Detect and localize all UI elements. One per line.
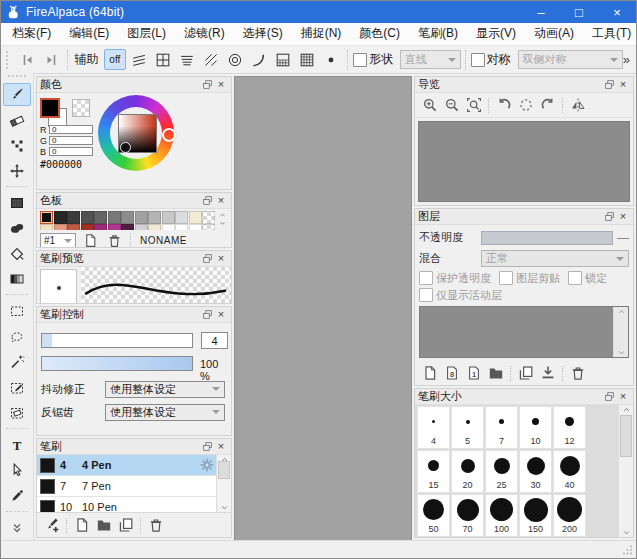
layer-option-checkbox[interactable]: 仅显示活动层 — [419, 288, 502, 303]
brush-size-cell[interactable]: 40 — [553, 450, 586, 493]
palette-swatch[interactable] — [81, 224, 94, 230]
hue-marker[interactable] — [162, 128, 176, 142]
palette-swatch[interactable] — [175, 224, 188, 230]
palette-swatch[interactable] — [108, 224, 121, 230]
brush-folder-icon[interactable] — [93, 515, 115, 535]
blue-slider[interactable]: 0 — [49, 147, 93, 156]
new-layer-icon[interactable] — [419, 363, 441, 383]
concentric-circles-icon[interactable] — [223, 48, 247, 71]
minimize-button[interactable]: – — [522, 1, 560, 23]
close-panel-icon[interactable]: × — [616, 210, 630, 223]
snap-next-icon[interactable] — [39, 48, 62, 71]
symmetry-checkbox[interactable] — [471, 53, 485, 67]
color-panel-header[interactable]: 颜色 × — [37, 77, 231, 93]
scrollbar-thumb[interactable] — [218, 461, 230, 479]
grid-half-icon[interactable] — [271, 48, 295, 71]
dot-tool[interactable] — [3, 134, 31, 158]
close-panel-icon[interactable]: × — [214, 440, 228, 453]
title-bar[interactable]: FireAlpaca (64bit) – □ × — [1, 1, 636, 23]
brush-size-cell[interactable]: 150 — [519, 494, 552, 537]
layer-option-checkbox[interactable]: 图层剪贴 — [499, 271, 560, 286]
palette-swatch[interactable] — [175, 211, 188, 224]
menu-item[interactable]: 笔刷(B) — [409, 22, 467, 46]
dot-snap-icon[interactable] — [319, 48, 343, 71]
close-panel-icon[interactable]: × — [616, 390, 630, 403]
brush-size-value[interactable]: 4 — [201, 332, 228, 349]
magic-wand-tool[interactable] — [3, 350, 31, 374]
grid-full-icon[interactable] — [295, 48, 319, 71]
palette-swatch[interactable] — [94, 224, 107, 230]
zoom-in-icon[interactable] — [419, 95, 441, 115]
palette-swatch[interactable] — [67, 211, 80, 224]
palette-swatch[interactable] — [135, 224, 148, 230]
palette-swatch[interactable] — [54, 224, 67, 230]
checkbox[interactable] — [499, 271, 513, 285]
select-pen-tool[interactable] — [3, 376, 31, 400]
brush-size-cell[interactable]: 50 — [417, 494, 450, 537]
menu-item[interactable]: 工具(T) — [583, 22, 637, 46]
bucket-tool[interactable] — [3, 217, 31, 241]
new-8bit-layer-icon[interactable]: 8 — [441, 363, 463, 383]
palette-swatch[interactable] — [189, 224, 202, 230]
palette-index-dropdown[interactable]: #1 — [40, 233, 76, 248]
delete-palette-icon[interactable] — [104, 232, 124, 247]
add-brush-icon[interactable] — [41, 515, 63, 535]
layer-list-scrollbar[interactable] — [613, 307, 628, 357]
lasso-tool[interactable] — [3, 325, 31, 349]
snap-prev-icon[interactable] — [16, 48, 39, 71]
float-panel-icon[interactable] — [200, 440, 214, 453]
brush-settings-gear-icon[interactable] — [199, 457, 215, 473]
red-slider[interactable]: 0 — [49, 125, 93, 134]
palette-swatch[interactable] — [135, 211, 148, 224]
sv-marker[interactable] — [120, 142, 131, 153]
palette-swatch[interactable] — [40, 224, 53, 230]
brush-list-scrollbar[interactable] — [216, 455, 231, 512]
float-panel-icon[interactable] — [200, 252, 214, 265]
float-panel-icon[interactable] — [200, 308, 214, 321]
palette-swatch[interactable] — [94, 211, 107, 224]
new-palette-icon[interactable] — [80, 232, 100, 247]
layer-opacity-slider[interactable] — [481, 231, 613, 245]
layer-panel-header[interactable]: 图层 × — [415, 209, 633, 225]
menu-item[interactable]: 颜色(C) — [350, 22, 409, 46]
brush-size-cell[interactable]: 20 — [451, 450, 484, 493]
brush-list-item[interactable]: 10 10 Pen — [37, 497, 217, 513]
palette-panel-header[interactable]: 色板 × — [37, 193, 231, 209]
palette-scrollbar[interactable] — [215, 211, 229, 229]
horizontal-lines-icon[interactable] — [175, 48, 199, 71]
menu-item[interactable]: 滤镜(R) — [175, 22, 234, 46]
color-wheel[interactable] — [98, 95, 174, 171]
select-rect-tool[interactable] — [3, 299, 31, 323]
move-tool[interactable] — [3, 159, 31, 183]
navigator-panel-header[interactable]: 导览 × — [415, 77, 633, 93]
layer-list[interactable] — [419, 306, 629, 358]
palette-swatch[interactable] — [121, 224, 134, 230]
brush-size-cell[interactable]: 30 — [519, 450, 552, 493]
blend-mode-dropdown[interactable]: 正常 — [481, 250, 629, 267]
brush-size-cell[interactable]: 10 — [519, 406, 552, 449]
eraser-tool[interactable] — [3, 108, 31, 132]
new-brush-icon[interactable] — [71, 515, 93, 535]
foreground-color-swatch[interactable] — [40, 98, 60, 118]
navigator-preview[interactable] — [418, 121, 630, 202]
brush-size-cell[interactable]: 70 — [451, 494, 484, 537]
brush-size-cell[interactable]: 4 — [417, 406, 450, 449]
palette-swatch[interactable] — [202, 211, 215, 224]
transparent-color-swatch[interactable] — [72, 99, 90, 117]
delete-layer-icon[interactable] — [567, 363, 589, 383]
menu-item[interactable]: 动画(A) — [525, 22, 583, 46]
palette-swatch[interactable] — [54, 211, 67, 224]
toolbar-drag-handle[interactable] — [6, 51, 12, 69]
float-panel-icon[interactable] — [602, 210, 616, 223]
layer-folder-icon[interactable] — [485, 363, 507, 383]
rotate-ccw-icon[interactable] — [493, 95, 515, 115]
zoom-out-icon[interactable] — [441, 95, 463, 115]
brush-list-item[interactable]: 7 7 Pen — [37, 476, 217, 497]
tool-palette-drag-handle[interactable] — [8, 75, 26, 80]
brush-size-cell[interactable]: 200 — [553, 494, 586, 537]
palette-swatch[interactable] — [162, 211, 175, 224]
screentone-tool[interactable] — [3, 191, 31, 215]
brush-size-cell[interactable]: 25 — [485, 450, 518, 493]
close-panel-icon[interactable]: × — [214, 78, 228, 91]
palette-swatch[interactable] — [67, 224, 80, 230]
